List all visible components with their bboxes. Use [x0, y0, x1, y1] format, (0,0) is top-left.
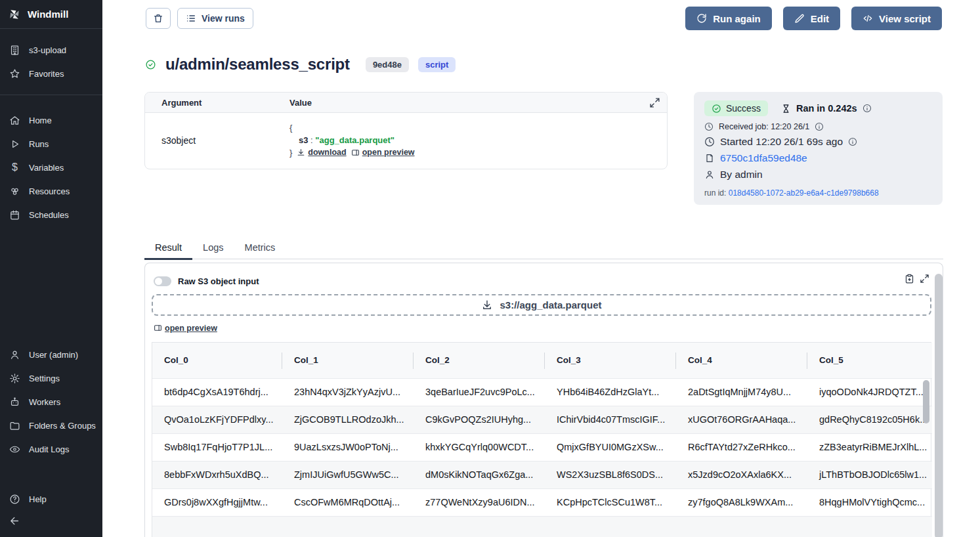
page-title: u/admin/seamless_script — [165, 55, 350, 74]
result-tabs: Result Logs Metrics — [144, 240, 943, 259]
sidebar-item-workers[interactable]: Workers — [0, 390, 102, 414]
result-scrollbar[interactable] — [935, 274, 943, 537]
edit-label: Edit — [811, 13, 829, 24]
sidebar-item-favorites[interactable]: Favorites — [0, 62, 102, 85]
argument-column-header: Argument — [145, 98, 289, 108]
parquet-preview-table: Col_0 Col_1 Col_2 Col_3 Col_4 Col_5 bt6d… — [152, 342, 931, 537]
info-icon[interactable] — [848, 137, 857, 146]
received-job-text: Received job: 12:20 26/1 — [719, 122, 809, 131]
tab-logs[interactable]: Logs — [192, 240, 234, 259]
column-header-col4[interactable]: Col_4 — [676, 343, 807, 378]
sidebar-item-resources[interactable]: Resources — [0, 179, 102, 203]
download-link[interactable]: download — [297, 146, 346, 159]
table-cell: IChirVbid4c07TmscIGIF... — [545, 406, 676, 433]
download-icon — [297, 148, 305, 157]
json-key: s3 — [299, 135, 308, 145]
code-icon — [863, 13, 873, 24]
tab-result[interactable]: Result — [144, 240, 192, 259]
sidebar-item-help[interactable]: Help — [0, 487, 102, 511]
sidebar-item-settings[interactable]: Settings — [0, 366, 102, 390]
kind-badge: script — [418, 57, 456, 72]
panel-preview-icon — [351, 148, 360, 157]
table-row: Swb8Iq17FqHjoT7P1JL... 9UazLsxzsJW0oPToN… — [152, 433, 932, 461]
table-cell: zy7fgoQ8A8Lk9WXAm... — [676, 488, 807, 516]
edit-button[interactable]: Edit — [783, 7, 840, 30]
info-icon[interactable] — [815, 122, 824, 131]
raw-s3-toggle-label: Raw S3 object input — [178, 276, 259, 286]
table-row: 8ebbFxWDxrh5uXdBQ... ZjmIJUiGwfU5GWw5C..… — [152, 461, 932, 488]
sidebar-item-label: Settings — [29, 374, 60, 383]
sidebar-collapse-button[interactable] — [0, 511, 102, 530]
table-cell: 9UazLsxzsJW0oPToNj... — [282, 433, 414, 461]
delete-run-button[interactable] — [146, 8, 171, 29]
open-preview-label: open preview — [362, 146, 415, 159]
table-cell: z77QWeNtXzy9aU6IDN... — [414, 488, 545, 516]
table-cell: GDrs0j8wXXgfHgjjMtw... — [152, 488, 282, 516]
windmill-logo-icon — [8, 8, 21, 21]
tab-metrics[interactable]: Metrics — [234, 240, 286, 259]
table-cell — [676, 516, 807, 537]
maximize-icon — [649, 97, 660, 108]
table-cell: ZjmIJUiGwfU5GWw5C... — [282, 461, 414, 488]
table-cell: QmjxGfBYUI0MGzXSw... — [545, 433, 676, 461]
sidebar-item-label: Help — [29, 494, 47, 504]
table-row: QvOa1oLzKFjYDFPdlxy... ZjGCOB9TLLROdzoJk… — [152, 406, 932, 433]
run-author: By admin — [720, 169, 763, 181]
expand-result-icon[interactable] — [920, 274, 929, 284]
view-script-label: View script — [879, 13, 931, 24]
column-header-col2[interactable]: Col_2 — [414, 343, 545, 378]
table-cell: jLThBTbOBJODlc65lw1... — [807, 461, 932, 488]
sidebar-item-schedules[interactable]: Schedules — [0, 203, 102, 226]
check-circle-icon — [712, 104, 721, 114]
column-header-col5[interactable]: Col_5 — [807, 343, 932, 378]
sidebar-item-user[interactable]: User (admin) — [0, 343, 102, 366]
column-header-col1[interactable]: Col_1 — [282, 343, 414, 378]
sidebar-item-runs[interactable]: Runs — [0, 132, 102, 156]
arrow-left-icon — [9, 515, 20, 526]
run-id-link[interactable]: 018d4580-1072-ab29-e6a4-c1de9798b668 — [729, 188, 879, 198]
preview-row: open preview — [154, 323, 936, 335]
raw-s3-toggle[interactable] — [154, 276, 171, 286]
play-icon — [9, 139, 20, 150]
open-preview-link[interactable]: open preview — [351, 146, 415, 159]
open-preview-link[interactable]: open preview — [154, 324, 217, 333]
home-icon — [9, 115, 20, 126]
run-again-label: Run again — [713, 13, 761, 24]
view-runs-button[interactable]: View runs — [177, 8, 253, 29]
sidebar-item-label: Folders & Groups — [29, 421, 96, 431]
table-cell: ZjGCOB9TLLROdzoJkh... — [282, 406, 414, 433]
info-icon[interactable] — [863, 104, 872, 113]
job-hash-link[interactable]: 6750c1dfa59ed48e — [720, 152, 807, 164]
sidebar-item-home[interactable]: Home — [0, 108, 102, 132]
table-cell: CscOFwM6MRqDOttAj... — [282, 488, 414, 516]
view-script-button[interactable]: View script — [851, 7, 942, 30]
star-icon — [9, 68, 20, 79]
sidebar-account-group: User (admin) Settings Workers Folders & … — [0, 343, 102, 537]
sidebar-item-audit-logs[interactable]: Audit Logs — [0, 437, 102, 461]
copy-clipboard-icon[interactable] — [905, 274, 914, 284]
sidebar-item-folders-groups[interactable]: Folders & Groups — [0, 414, 102, 437]
hourglass-icon — [781, 104, 791, 114]
resources-icon — [9, 186, 20, 197]
run-again-button[interactable]: Run again — [685, 7, 772, 30]
sidebar-item-label: Resources — [29, 186, 70, 196]
app-logo[interactable]: Windmill — [0, 0, 102, 29]
column-header-col0[interactable]: Col_0 — [152, 343, 282, 378]
sidebar-item-variables[interactable]: $ Variables — [0, 156, 102, 179]
argument-value-json: { s3 : "agg_data.parquet" } download ope… — [289, 121, 415, 159]
expand-arguments-button[interactable] — [649, 97, 660, 108]
table-cell: Swb8Iq17FqHjoT7P1JL... — [152, 433, 282, 461]
sidebar-item-label: Runs — [29, 139, 49, 149]
table-row: GDrs0j8wXXgfHgjjMtw... CscOFwM6MRqDOttAj… — [152, 488, 932, 516]
table-cell: gdReQhyC8192c05H6k.. — [807, 406, 932, 433]
table-header-row: Col_0 Col_1 Col_2 Col_3 Col_4 Col_5 — [152, 343, 932, 378]
table-scrollbar[interactable] — [923, 380, 929, 423]
app-name: Windmill — [28, 9, 68, 20]
table-cell: WS2X3uzSBL8f6S0DS... — [545, 461, 676, 488]
table-cell: R6cfTAYtd27xZeRHkco... — [676, 433, 807, 461]
table-cell: khxkYGCqYrlq00WCDT... — [414, 433, 545, 461]
column-header-col3[interactable]: Col_3 — [545, 343, 676, 378]
s3-file-download-box[interactable]: s3://agg_data.parquet — [152, 294, 931, 316]
sidebar-item-s3-upload[interactable]: s3-upload — [0, 38, 102, 62]
table-cell: C9kGvPOQZs2IUHyhg... — [414, 406, 545, 433]
